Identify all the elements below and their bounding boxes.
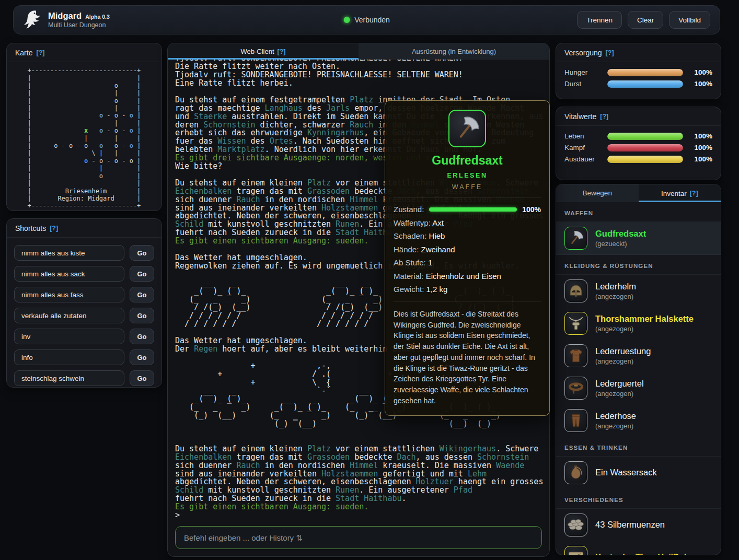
inventory-item-name: Gudfredsaxt [595, 229, 646, 239]
tab-web-client[interactable]: Web-Client [?] [168, 43, 359, 60]
inventory-item-text: 43 Silbermuenzen [595, 520, 665, 530]
item-stat-row: Hände: Zweihand [394, 245, 541, 254]
shortcut-go-button[interactable]: Go [130, 245, 154, 261]
shortcut-list: GoGoGoGoGoGoGo [7, 238, 161, 388]
trennen-button[interactable]: Trennen [577, 11, 622, 29]
inventory-item[interactable]: Ein Wassersack [556, 457, 721, 489]
shortcut-go-button[interactable]: Go [130, 308, 154, 323]
inventory-item[interactable]: Lederruestung(angezogen) [556, 340, 721, 372]
tab-move[interactable]: Bewegen [556, 184, 639, 202]
item-stat-row: Gewicht: 1,2 kg [394, 285, 541, 294]
vitals-panel-header: Vitalwerte [?] [556, 107, 721, 126]
shortcut-go-button[interactable]: Go [130, 370, 154, 386]
shortcut-input[interactable] [14, 370, 124, 386]
web-client-help-icon[interactable]: [?] [278, 48, 286, 55]
app-title: Midgard [48, 10, 82, 21]
shortcuts-panel-title: Shortcuts [15, 224, 46, 232]
inventory-section-title: ESSEN & TRINKEN [556, 437, 721, 457]
tab-equipment-label: Ausrüstung (in Entwicklung) [412, 48, 496, 55]
shortcut-input[interactable] [14, 308, 124, 323]
inventory-item-name: Lederguertel [595, 379, 644, 389]
durst-label: Durst [564, 80, 607, 88]
inventory-section-title: KLEIDUNG & RÜSTUNGEN [556, 255, 721, 275]
status-dot-icon [343, 17, 350, 23]
raven-logo-icon [23, 9, 42, 31]
tab-web-client-label: Web-Client [240, 48, 274, 55]
item-stats: Waffentyp: AxtSchaden: HiebHände: Zweiha… [394, 218, 541, 294]
inventory-item[interactable]: 43 Silbermuenzen [556, 509, 721, 541]
supply-help-icon[interactable]: [?] [606, 49, 614, 56]
shortcut-row: Go [14, 370, 154, 386]
map-icon [564, 546, 587, 555]
item-image [448, 110, 486, 147]
clear-button[interactable]: Clear [628, 11, 663, 29]
ausdauer-value: 100% [683, 155, 712, 163]
inventory-item[interactable]: Lederguertel(angezogen) [556, 372, 721, 404]
shortcut-row: Go [14, 329, 154, 344]
inventory-item-text: Ein Wassersack [595, 468, 657, 478]
shortcut-go-button[interactable]: Go [130, 287, 154, 302]
inventory-item-state: (angezogen) [595, 325, 694, 333]
axe-icon [564, 227, 587, 250]
status-label: Verbunden [354, 16, 390, 24]
inventory-item-state: (angezogen) [595, 390, 644, 398]
shortcuts-panel-header: Shortcuts [?] [7, 219, 161, 238]
shortcut-input[interactable] [14, 349, 124, 365]
tab-inventory[interactable]: Inventar [?] [639, 184, 721, 202]
shortcut-input[interactable] [14, 287, 124, 302]
inventory-item-text: Lederhose(angezogen) [595, 411, 636, 430]
inventory-panel: Bewegen Inventar [?] WAFFENGudfredsaxt(g… [556, 184, 721, 555]
tab-equipment[interactable]: Ausrüstung (in Entwicklung) [359, 43, 549, 60]
map-help-icon[interactable]: [?] [36, 49, 44, 56]
inventory-item-text: Thorshammer Halskette(angezogen) [595, 314, 694, 333]
item-stat-row: Schaden: Hieb [394, 231, 541, 240]
shortcut-go-button[interactable]: Go [130, 266, 154, 282]
shortcut-row: Go [14, 349, 154, 365]
app-version: Alpha 0.3 [85, 14, 110, 20]
shortcut-go-button[interactable]: Go [130, 349, 154, 365]
hunger-row: Hunger100% [556, 65, 721, 76]
inventory-section-title: VERSCHIEDENES [556, 489, 721, 509]
durst-bar [607, 80, 683, 88]
vitals-rows: Leben100%Kampf100%Ausdauer100% [556, 126, 721, 168]
inventory-item-text: Lederruestung(angezogen) [595, 346, 651, 366]
supply-rows: Hunger100%Durst100% [556, 62, 721, 92]
inventory-section-title: WAFFEN [556, 202, 721, 222]
item-name: Gudfredsaxt [394, 154, 541, 168]
command-input[interactable] [175, 526, 542, 549]
shortcut-input[interactable] [14, 329, 124, 344]
shortcuts-help-icon[interactable]: [?] [50, 225, 58, 232]
item-stat-row: Material: Eichenholz und Eisen [394, 272, 541, 281]
vitals-help-icon[interactable]: [?] [600, 113, 608, 120]
kampf-label: Kampf [564, 144, 607, 151]
inventory-item[interactable]: Gudfredsaxt(gezueckt) [556, 222, 721, 255]
shortcut-input[interactable] [14, 245, 124, 261]
app-subtitle: Multi User Dungeon [48, 21, 110, 30]
durst-row: Durst100% [556, 76, 721, 88]
inventory-item[interactable]: Karte der Thor-Hei'Dal [556, 541, 721, 555]
condition-bar [429, 207, 517, 212]
ausdauer-label: Ausdauer [564, 155, 607, 163]
shortcut-input[interactable] [14, 266, 124, 282]
supply-panel-title: Versorgung [564, 49, 602, 57]
vitals-panel-title: Vitalwerte [564, 112, 596, 121]
inventory-list[interactable]: WAFFENGudfredsaxt(gezueckt)KLEIDUNG & RÜ… [556, 202, 721, 555]
inventory-item[interactable]: Lederhelm(angezogen) [556, 275, 721, 307]
leben-label: Leben [564, 132, 607, 140]
hunger-bar [607, 69, 683, 76]
shortcut-go-button[interactable]: Go [130, 329, 154, 344]
inventory-item[interactable]: Thorshammer Halskette(angezogen) [556, 307, 721, 340]
durst-value: 100% [683, 80, 712, 88]
supply-panel-header: Versorgung [?] [556, 43, 721, 62]
item-description: Dies ist Gudfredsaxt - die Streitaxt des… [394, 301, 541, 406]
inventory-item[interactable]: Lederhose(angezogen) [556, 404, 721, 437]
inventory-item-name: Karte der Thor-Hei'Dal [595, 552, 686, 555]
ausdauer-row: Ausdauer100% [556, 151, 721, 163]
axe-icon [452, 113, 482, 144]
inventory-help-icon[interactable]: [?] [690, 190, 698, 197]
vollbild-button[interactable]: Vollbild [669, 11, 710, 29]
inventory-item-name: Thorshammer Halskette [595, 314, 694, 324]
inventory-item-text: Gudfredsaxt(gezueckt) [595, 229, 646, 248]
shortcuts-panel: Shortcuts [?] GoGoGoGoGoGoGo [6, 218, 162, 388]
pants-icon [564, 409, 587, 432]
